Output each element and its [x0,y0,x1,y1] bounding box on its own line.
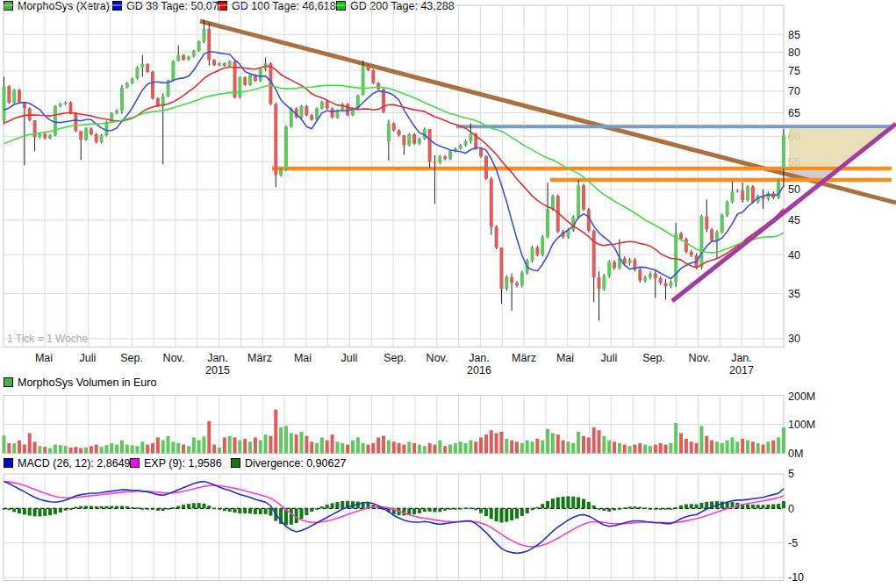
candle-down [495,226,498,247]
volume-bar [510,441,513,454]
macd-histogram-bar [623,507,627,509]
x-tick-label: Sep. [642,352,665,364]
volume-bar [387,441,391,454]
volume-bar [182,445,185,454]
macd-histogram-bar [433,508,436,512]
price-tick-label: 35 [788,288,800,300]
macd-histogram-bar [28,508,32,515]
macd-histogram-bar [248,508,252,513]
price-tick-label: 50 [788,183,800,196]
macd-histogram-bar [571,497,575,509]
macd-histogram-bar [110,506,113,509]
candle-up [715,233,719,240]
candle-down [151,72,154,98]
macd-histogram-bar [146,508,149,510]
macd-histogram-bar [695,505,699,509]
candle-up [120,88,124,111]
macd-histogram-bar [505,508,508,521]
macd-histogram-bar [454,508,457,510]
volume-bar [490,430,493,453]
volume-bar [151,443,154,453]
macd-tick-label: 0 [788,503,794,515]
volume-bar [335,441,339,453]
macd-histogram-bar [104,506,108,509]
chart-canvas[interactable]: 858075706560555045403530200M100M0M50-5-1… [0,0,896,588]
macd-histogram-bar [187,504,190,508]
x-tick-label: Sep. [120,352,143,364]
candle-down [592,231,596,277]
macd-histogram-bar [654,508,657,510]
macd-histogram-bar [474,508,477,510]
candle-up [320,102,324,108]
price-tick-label: 45 [788,214,800,226]
volume-bar [690,441,693,453]
candle-up [541,237,544,255]
volume-bars [3,410,785,454]
macd-histogram-bar [54,508,57,514]
volume-bar [382,436,385,454]
macd-histogram-bar [777,504,780,508]
candle-up [407,134,411,145]
volume-bar [104,445,108,453]
volume-bar [59,445,62,453]
ma-gd38-line [4,52,784,279]
macd-histogram-bar [690,504,693,508]
price-tick-label: 85 [788,29,800,41]
candle-up [607,262,611,276]
candle-up [59,104,62,105]
candle-down [371,70,375,82]
macd-histogram-bar [479,508,483,513]
volume-bar [562,441,565,454]
volume-bar [187,446,190,453]
candle-down [535,247,539,255]
x-tick-label: Juli [80,352,97,364]
macd-histogram-bar [7,508,11,510]
macd-histogram-bar [207,506,211,508]
volume-bar [705,436,708,454]
volume-bar [577,432,580,454]
volume-bar [664,445,668,454]
macd-histogram-bar [59,508,62,513]
volume-bar [326,441,329,454]
macd-histogram-bar [464,507,468,509]
volume-tick-label: 0M [788,448,803,460]
volume-bar [218,448,221,454]
volume-bar [68,448,72,454]
candle-up [100,135,104,142]
volume-bar [762,445,765,454]
macd-histogram-bar [546,501,549,508]
macd-histogram-bar [685,505,688,509]
volume-bar [212,445,216,454]
volume-bar [418,445,421,454]
candle-down [212,60,216,65]
x-tick-label: Juli [341,352,358,364]
volume-bar [726,441,729,454]
macd-histogram-bar [766,505,770,508]
volume-bar [526,441,529,454]
macd-y-axis-labels: 50-5-10 [788,468,804,584]
candle-up [531,247,534,261]
macd-histogram-bar [762,505,765,508]
volume-bar [38,446,41,453]
candle-up [746,187,749,201]
macd-histogram-bar [418,508,421,513]
volume-bar [12,443,16,453]
macd-histogram-bar [38,508,41,516]
volume-bar [623,445,627,454]
volume-bar [695,443,699,453]
volume-bar [176,443,180,453]
candle-up [135,68,139,79]
candle-down [79,131,82,140]
candle-down [638,269,642,280]
volume-bar [100,447,104,453]
volume-bar [469,441,472,454]
candle-up [577,185,580,217]
macd-histogram-bar [438,508,441,512]
volume-bar [79,448,82,454]
macd-histogram-bar [746,505,749,509]
macd-histogram-bar [633,506,636,508]
candle-up [104,122,108,135]
price-tick-label: 80 [788,47,800,59]
candle-up [418,139,421,144]
volume-bar [592,427,596,453]
